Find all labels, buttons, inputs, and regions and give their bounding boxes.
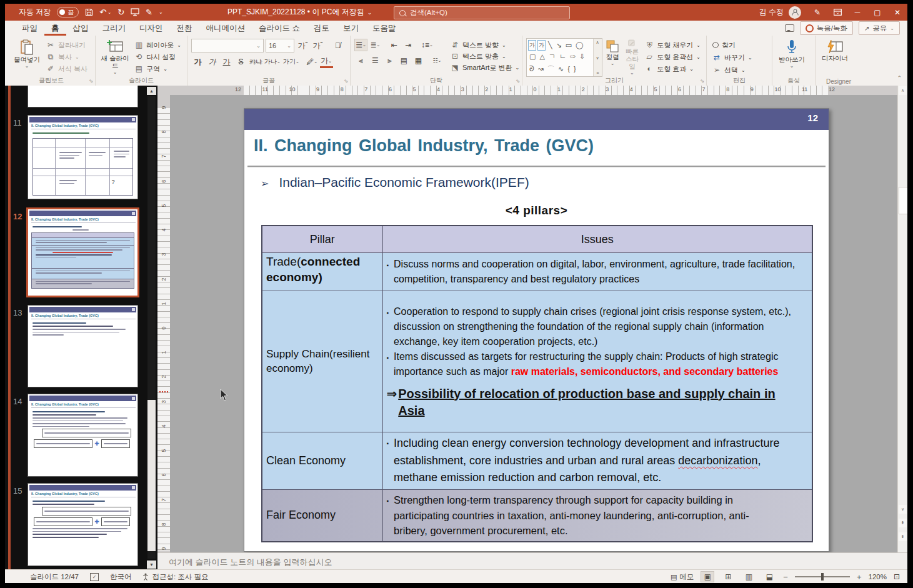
maximize-button[interactable]: ▢ — [867, 4, 887, 21]
drawing-dialog-launcher[interactable]: ⇘ — [700, 78, 704, 84]
scroll-up-button[interactable]: ∧ — [899, 86, 907, 95]
clipboard-dialog-launcher[interactable]: ⇘ — [89, 78, 93, 84]
replace-button[interactable]: ⇄바꾸기⌄ — [711, 52, 768, 63]
shape-outline-button[interactable]: ▱도형 윤곽선⌄ — [643, 51, 702, 62]
tab-draw[interactable]: 그리기 — [96, 21, 133, 36]
title-dropdown-icon[interactable]: ⌄ — [367, 9, 372, 16]
shape-fill-button[interactable]: ⛨도형 채우기⌄ — [643, 39, 702, 51]
tab-view[interactable]: 보기 — [336, 21, 366, 36]
arrange-button[interactable]: 정렬⌄ — [604, 38, 621, 76]
search-box[interactable]: 검색(Alt+Q) — [394, 6, 570, 19]
format-painter-icon[interactable]: ✎ — [146, 8, 152, 16]
share-button[interactable]: ↗공유⌄ — [859, 21, 900, 35]
clear-formatting-icon[interactable]: 가̸ — [331, 39, 344, 52]
record-button[interactable]: 녹음/녹화 — [800, 21, 853, 35]
thumbnail-scrollbar-thumb[interactable] — [147, 400, 156, 551]
shape-gallery[interactable]: 가가╲↘▭◯ ▢△ㄱㄴ⇨⇩ ᘒ↝⌒∿{} ∧∨≡ — [526, 38, 602, 77]
list-options-icon[interactable]: ☷⌄ — [431, 54, 444, 67]
pillars-caption[interactable]: <4 pillars> — [244, 204, 829, 217]
tab-insert[interactable]: 삽입 — [66, 21, 96, 36]
save-icon[interactable] — [85, 8, 93, 16]
tab-animations[interactable]: 애니메이션 — [199, 21, 252, 36]
thumbnail-slide-15[interactable]: II. Changing Global Industry, Trade (GVC… — [28, 484, 137, 566]
thumbnail-slide-10-partial[interactable] — [28, 86, 137, 107]
notes-pane[interactable]: 여기에 슬라이드 노트의 내용을 입력하십시오 — [157, 552, 907, 570]
text-shadow-icon[interactable]: 캬냐 — [249, 56, 262, 68]
slide-12[interactable]: 12 II. Changing Global Industry, Trade (… — [244, 108, 829, 552]
reading-view-button[interactable]: ▥ — [742, 571, 756, 582]
bullets-icon[interactable]: ☰⌄ — [354, 39, 367, 51]
tab-transitions[interactable]: 전환 — [170, 21, 199, 36]
copy-button[interactable]: ⧉복사⌄ — [44, 51, 89, 62]
increase-indent-icon[interactable]: ⇥ — [402, 39, 415, 51]
previous-slide-button[interactable]: ⇞ — [899, 519, 907, 527]
shape-brace-left-icon[interactable]: { — [567, 65, 570, 72]
shape-down-arrow-icon[interactable]: ⇩ — [579, 52, 585, 61]
pillars-table[interactable]: Pillar Issues Trade(connected economy) ▪… — [261, 225, 813, 542]
slideshow-view-button[interactable]: ⬓ — [762, 571, 776, 582]
align-center-icon[interactable]: ☰ — [369, 54, 382, 67]
normal-view-button[interactable]: ▣ — [701, 571, 714, 582]
tab-home[interactable]: 홈 — [44, 21, 66, 36]
shape-curve-icon[interactable]: ∿ — [558, 65, 564, 73]
ribbon-display-options-icon[interactable] — [827, 4, 847, 21]
font-color-icon[interactable]: 가⌄ — [320, 56, 333, 68]
underline-icon[interactable]: 가 — [220, 56, 233, 68]
ink-pen-icon[interactable]: ✎ — [807, 4, 827, 21]
bold-icon[interactable]: 가 — [191, 56, 204, 68]
text-direction-button[interactable]: ⇵텍스트 방향⌄ — [449, 39, 521, 51]
font-size-combo[interactable]: 16⌄ — [266, 39, 294, 52]
thumbnail-slide-12-selected[interactable]: II. Changing Global Industry, Trade (GVC… — [28, 209, 137, 296]
accessibility-status[interactable]: 접근성: 조사 필요 — [152, 572, 208, 582]
increase-font-icon[interactable]: 가ˆ — [296, 39, 309, 52]
highlight-color-icon[interactable]: 🖉⌄ — [306, 56, 319, 68]
zoom-slider[interactable] — [795, 576, 850, 577]
find-button[interactable]: 찾기 — [711, 39, 768, 51]
thumbnail-slide-13[interactable]: II. Changing Global Industry, Trade (GVC… — [28, 306, 137, 387]
shape-rect-icon[interactable]: ▭ — [566, 41, 572, 49]
section-button[interactable]: ▤구역⌄ — [132, 63, 183, 74]
shape-freeform-icon[interactable]: ᘒ — [529, 65, 534, 73]
shape-effects-button[interactable]: ◐도형 효과⌄ — [643, 63, 702, 74]
shape-gallery-scroll[interactable]: ∧∨≡ — [593, 39, 602, 76]
align-text-button[interactable]: ⊡텍스트 맞춤⌄ — [449, 51, 521, 62]
cut-button[interactable]: ✂잘라내기 — [44, 39, 89, 51]
character-spacing-icon[interactable]: 가나⌄ — [264, 56, 281, 68]
layout-button[interactable]: ▥레이아웃⌄ — [132, 39, 183, 51]
quick-styles-button[interactable]: 빠른 스타일⌄ — [623, 38, 642, 76]
font-name-combo[interactable]: ⌄ — [191, 39, 264, 52]
dictate-button[interactable]: 받아쓰기⌄ — [776, 38, 807, 69]
shape-textbox-v-icon[interactable]: 가 — [539, 41, 544, 49]
start-slideshow-icon[interactable] — [131, 8, 139, 16]
zoom-level[interactable]: 120% — [869, 573, 887, 581]
zoom-slider-thumb[interactable] — [821, 573, 824, 581]
change-case-icon[interactable]: 가기⌄ — [282, 56, 300, 68]
slide-title[interactable]: II. Changing Global Industry, Trade (GVC… — [254, 136, 822, 156]
tab-help[interactable]: 도움말 — [366, 21, 403, 36]
shape-brace-right-icon[interactable]: } — [574, 65, 576, 72]
fit-to-window-icon[interactable]: ⊡ — [894, 572, 900, 581]
italic-icon[interactable]: 가 — [206, 56, 219, 68]
autosave-toggle[interactable]: 끔 — [57, 7, 79, 17]
shape-line-icon[interactable]: ╲ — [548, 41, 552, 49]
justify-icon[interactable]: ▤ — [397, 54, 411, 67]
quick-access-more-icon[interactable]: ⌄ — [159, 10, 163, 15]
shape-round-rect-icon[interactable]: ▢ — [529, 52, 536, 61]
avatar[interactable] — [789, 6, 801, 19]
slide-sorter-view-button[interactable]: ⊞ — [721, 571, 735, 582]
slide-subtitle[interactable]: ➢ Indian–Pacific Economic Framework(IPEF… — [261, 175, 529, 190]
scroll-down-button[interactable]: ∨ — [899, 505, 907, 514]
shape-oval-icon[interactable]: ◯ — [576, 41, 583, 49]
spellcheck-icon[interactable]: ✓ — [90, 573, 99, 581]
zoom-out-button[interactable]: − — [783, 572, 788, 582]
undo-icon[interactable]: ↶⌄ — [99, 8, 111, 16]
shape-right-arrow-icon[interactable]: ⇨ — [570, 52, 576, 61]
collapse-ribbon-icon[interactable]: ⌃ — [897, 75, 902, 81]
close-button[interactable]: ✕ — [887, 4, 907, 21]
align-right-icon[interactable]: ⫸ — [383, 54, 396, 67]
zoom-in-button[interactable]: + — [857, 572, 862, 582]
new-slide-button[interactable]: 새 슬라이드⌄ — [99, 38, 131, 76]
shape-triangle-icon[interactable]: △ — [539, 52, 544, 61]
shape-arc-icon[interactable]: ⌒ — [547, 64, 554, 74]
paragraph-dialog-launcher[interactable]: ⇘ — [516, 78, 520, 84]
